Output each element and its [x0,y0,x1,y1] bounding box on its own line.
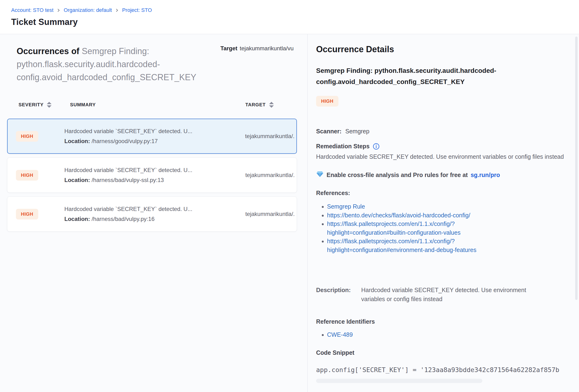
breadcrumb-organization[interactable]: Organization: default [64,7,112,13]
vertical-scrollbar[interactable] [575,37,578,300]
ticket-summary-page: Account: STO test Organization: default … [0,0,579,392]
info-icon[interactable] [373,143,379,150]
severity-badge: HIGH [16,170,38,181]
table-row[interactable]: HIGH Hardcoded variable `SECRET_KEY` det… [7,158,297,193]
row-target: tejakummarikuntla/. [245,211,295,217]
list-item: https://flask.palletsprojects.com/en/1.1… [327,220,519,237]
sort-icon[interactable] [47,102,52,108]
remediation-steps-label: Remediation Steps [316,143,369,150]
row-target: tejakummarikuntla/. [245,133,294,140]
cwe-link[interactable]: CWE-489 [327,331,353,338]
row-summary: Hardcoded variable `SECRET_KEY` detected… [64,204,216,224]
occurrences-title: Occurrences of Semgrep Finding: python.f… [17,45,228,84]
pro-tip-line: Enable cross-file analysis and Pro rules… [316,170,570,179]
occurrences-table-body: HIGH Hardcoded variable `SECRET_KEY` det… [7,119,297,232]
occurrences-panel: Occurrences of Semgrep Finding: python.f… [0,34,307,392]
reference-identifiers-list: CWE-489 [327,330,570,339]
target-value: tejakummarikuntla/vu [240,45,294,52]
gem-icon [316,170,324,179]
column-header-target-label: TARGET [245,102,266,108]
table-row[interactable]: HIGH Hardcoded variable `SECRET_KEY` det… [7,196,297,232]
row-location-label: Location: [64,138,90,144]
row-summary-text: Hardcoded variable `SECRET_KEY` detected… [64,126,216,136]
row-location-value: /harness/good/vulpy.py:17 [92,138,158,144]
reference-link[interactable]: https://flask.palletsprojects.com/en/1.1… [327,221,460,236]
row-location-value: /harness/bad/vulpy.py:16 [92,216,155,222]
description-row: Description: Hardcoded variable SECRET_K… [316,285,570,303]
pro-tip-text: Enable cross-file analysis and Pro rules… [327,171,468,178]
row-location-label: Location: [64,216,90,222]
references-list: Semgrep Rule https://bento.dev/checks/fl… [327,202,519,254]
breadcrumb-account[interactable]: Account: STO test [11,7,53,13]
list-item: https://bento.dev/checks/flask/avoid-har… [327,211,519,220]
description-text: Hardcoded variable SECRET_KEY detected. … [361,285,535,303]
references-label: References: [316,190,570,196]
severity-badge: HIGH [316,96,338,107]
row-location-value: /harness/bad/vulpy-ssl.py:13 [92,177,164,183]
list-item: CWE-489 [327,330,570,339]
row-summary: Hardcoded variable `SECRET_KEY` detected… [64,165,216,185]
row-summary-text: Hardcoded variable `SECRET_KEY` detected… [64,204,216,214]
content-split: Occurrences of Semgrep Finding: python.f… [0,34,579,392]
pro-tip-link[interactable]: sg.run/pro [471,171,500,178]
chevron-right-icon [115,8,119,12]
breadcrumb: Account: STO test Organization: default … [11,7,579,13]
column-header-severity-label: SEVERITY [18,102,43,108]
target-label: Target [220,45,237,52]
severity-badge: HIGH [16,209,38,220]
scanner-value: Semgrep [345,128,369,135]
scanner-label: Scanner: [316,128,342,135]
severity-badge: HIGH [16,131,38,142]
occurrence-details-panel: Occurrence Details Semgrep Finding: pyth… [307,34,579,392]
page-title: Ticket Summary [11,17,579,27]
list-item: https://flask.palletsprojects.com/en/1.1… [327,237,519,254]
page-header: Account: STO test Organization: default … [0,0,579,34]
breadcrumb-project[interactable]: Project: STO [122,7,152,13]
code-snippet: app.config['SECRET_KEY'] = '123aa8a93bdd… [316,366,570,374]
reference-link[interactable]: Semgrep Rule [327,203,365,210]
reference-link[interactable]: https://bento.dev/checks/flask/avoid-har… [327,212,470,219]
column-header-summary: SUMMARY [70,102,245,108]
table-row[interactable]: HIGH Hardcoded variable `SECRET_KEY` det… [7,119,297,154]
column-header-severity[interactable]: SEVERITY [18,102,70,108]
target-info: Targettejakummarikuntla/vu [220,45,307,52]
row-summary-text: Hardcoded variable `SECRET_KEY` detected… [64,165,216,175]
occurrences-title-prefix: Occurrences of [17,46,79,56]
remediation-text: Hardcoded variable SECRET_KEY detected. … [316,152,573,161]
description-label: Description: [316,285,361,303]
code-snippet-label: Code Snippet [316,349,570,356]
row-summary: Hardcoded variable `SECRET_KEY` detected… [64,126,216,146]
horizontal-scrollbar[interactable] [316,379,482,383]
details-title: Occurrence Details [316,45,570,54]
column-header-summary-label: SUMMARY [70,102,96,108]
chevron-right-icon [57,8,60,12]
occurrences-table-header: SEVERITY SUMMARY TARGET [18,102,300,108]
row-location-label: Location: [64,177,90,183]
sort-icon[interactable] [269,102,274,108]
finding-title: Semgrep Finding: python.flask.security.a… [316,65,537,87]
list-item: Semgrep Rule [327,202,519,211]
scanner-line: Scanner:Semgrep [316,128,570,135]
row-target: tejakummarikuntla/. [245,172,295,178]
reference-identifiers-label: Reference Identifiers [316,318,570,325]
column-header-target[interactable]: TARGET [245,102,300,108]
remediation-steps-header: Remediation Steps [316,143,570,150]
reference-link[interactable]: https://flask.palletsprojects.com/en/1.1… [327,238,476,253]
